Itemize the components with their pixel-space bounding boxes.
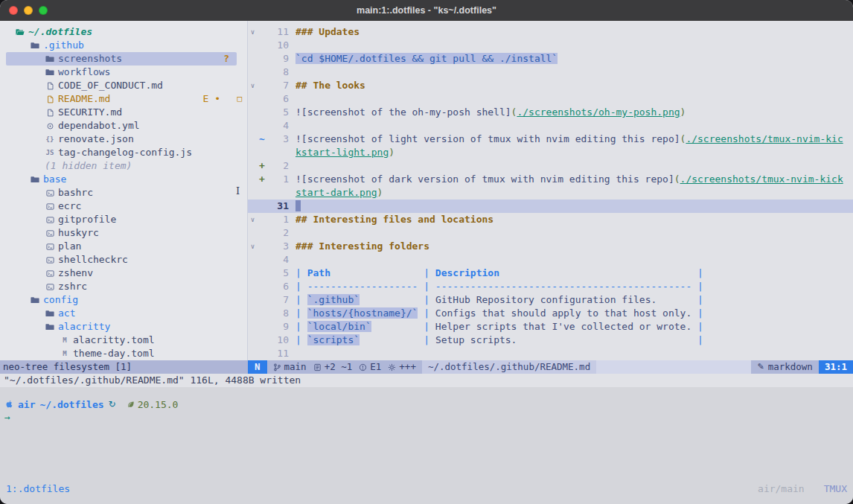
line-number: 4 bbox=[266, 253, 295, 267]
line-text bbox=[295, 200, 853, 213]
git-diff-stats: +2 ~1 bbox=[313, 360, 353, 374]
close-button[interactable] bbox=[9, 6, 18, 15]
node-version: 20.15.0 bbox=[138, 399, 179, 410]
shell-icon bbox=[45, 229, 55, 237]
fold-chevron-icon[interactable]: ∨ bbox=[248, 79, 258, 92]
line-text bbox=[295, 347, 853, 360]
tree-item-zshrc[interactable]: zshrc bbox=[6, 280, 237, 293]
editor-line-8[interactable]: 8 bbox=[248, 66, 853, 79]
tree-item-alacritty-toml[interactable]: Malacritty.toml bbox=[6, 334, 237, 347]
tree-item-base[interactable]: base bbox=[6, 173, 237, 186]
git-unstaged-mark: □ bbox=[237, 92, 242, 106]
folder-open-icon bbox=[15, 28, 25, 36]
tree-item-screenshots[interactable]: screenshots? bbox=[6, 52, 237, 66]
editor-line-2[interactable]: 2 bbox=[248, 226, 853, 240]
updates-count: +++ bbox=[399, 360, 416, 374]
tmux-window-label[interactable]: 1:.dotfiles bbox=[6, 482, 70, 496]
editor-line-8[interactable]: 8| `hosts/{hostname}/` | Configs that sh… bbox=[248, 307, 853, 320]
line-number: 6 bbox=[266, 280, 295, 293]
tree-item-config[interactable]: config bbox=[6, 293, 237, 307]
diagnostic-marks: E • bbox=[203, 92, 220, 106]
line-number bbox=[266, 186, 295, 200]
editor-line-11[interactable]: ∨11### Updates bbox=[248, 25, 853, 39]
tree-item-dotfiles[interactable]: ~/.dotfiles bbox=[6, 25, 237, 39]
editor-line-wrap-12[interactable]: start-dark.png) bbox=[248, 186, 853, 200]
tree-item-alacritty[interactable]: alacritty bbox=[6, 320, 237, 334]
circle-icon bbox=[45, 122, 55, 130]
prompt-arrow: → bbox=[4, 411, 853, 424]
editor-line-6[interactable]: 6 bbox=[248, 92, 853, 106]
tmux-statusbar: 1:.dotfiles air/main TMUX bbox=[0, 482, 853, 496]
editor-line-31[interactable]: 31 bbox=[248, 200, 853, 213]
editor-line-3[interactable]: ~3![screenshot of light version of tmux … bbox=[248, 133, 853, 146]
line-number: 11 bbox=[266, 347, 295, 360]
editor-lines: ∨11### Updates109`cd $HOME/.dotfiles && … bbox=[248, 25, 853, 360]
tree-item-label: theme-day.toml bbox=[73, 347, 155, 360]
line-number: 10 bbox=[266, 39, 295, 52]
minimize-button[interactable] bbox=[24, 6, 33, 15]
tree-item-workflows[interactable]: workflows bbox=[6, 66, 237, 79]
tree-item-ecrc[interactable]: ecrc bbox=[6, 200, 237, 213]
line-text: ## Interesting files and locations bbox=[295, 213, 853, 226]
neo-tree-sidebar: ~/.dotfiles.githubscreenshots?workflowsC… bbox=[0, 21, 248, 360]
tree-item-label: .github bbox=[43, 39, 84, 52]
doc-icon bbox=[45, 82, 55, 90]
tree-item-plan[interactable]: plan bbox=[6, 240, 237, 253]
tree-item-github[interactable]: .github bbox=[6, 39, 237, 52]
editor-pane[interactable]: ∨11### Updates109`cd $HOME/.dotfiles && … bbox=[248, 21, 853, 360]
leaf-icon bbox=[127, 401, 135, 409]
tree-item-theme-day-toml[interactable]: Mtheme-day.toml bbox=[6, 347, 237, 360]
tree-item-huskyrc[interactable]: huskyrc bbox=[6, 226, 237, 240]
editor-line-4[interactable]: 4 bbox=[248, 119, 853, 133]
line-text bbox=[295, 66, 853, 79]
line-number: 5 bbox=[266, 267, 295, 280]
editor-line-10[interactable]: 10 bbox=[248, 39, 853, 52]
folder-icon bbox=[30, 296, 40, 304]
fold-chevron-icon[interactable]: ∨ bbox=[248, 240, 258, 253]
tree-item-readme-md[interactable]: README.mdE •□ bbox=[6, 92, 237, 106]
editor-line-11[interactable]: 11 bbox=[248, 347, 853, 360]
tree-item-label: gitprofile bbox=[58, 213, 116, 226]
editor-line-9[interactable]: 9| `local/bin` | Helper scripts that I'v… bbox=[248, 320, 853, 334]
editor-line-5[interactable]: 5![screenshot of the oh-my-posh shell](.… bbox=[248, 106, 853, 119]
folder-icon bbox=[45, 322, 55, 331]
tree-item-renovate-json[interactable]: {}renovate.json bbox=[6, 133, 237, 146]
editor-line-7[interactable]: 7| `.github` | GitHub Repository configu… bbox=[248, 293, 853, 307]
editor-line-5[interactable]: 5| Path | Description | bbox=[248, 267, 853, 280]
tree-item-code-of-conduct-md[interactable]: CODE_OF_CONDUCT.md bbox=[6, 79, 237, 92]
tree-item-tag-changelog-config-js[interactable]: JStag-changelog-config.js bbox=[6, 146, 237, 159]
doc-icon bbox=[45, 95, 55, 103]
tree-item-act[interactable]: act bbox=[6, 307, 237, 320]
tree-item-gitprofile[interactable]: gitprofile bbox=[6, 213, 237, 226]
fold-chevron-icon[interactable]: ∨ bbox=[248, 213, 258, 226]
editor-line-6[interactable]: 6| ------------------- | ---------------… bbox=[248, 280, 853, 293]
editor-line-1[interactable]: +1![screenshot of dark version of tmux w… bbox=[248, 173, 853, 186]
tree-item-shellcheckrc[interactable]: shellcheckrc bbox=[6, 253, 237, 267]
tree-item-label: plan bbox=[58, 240, 81, 253]
editor-line-1[interactable]: ∨1## Interesting files and locations bbox=[248, 213, 853, 226]
tree-item-label: renovate.json bbox=[58, 133, 134, 146]
editor-line-2[interactable]: +2 bbox=[248, 159, 853, 173]
editor-line-3[interactable]: ∨3### Interesting folders bbox=[248, 240, 853, 253]
line-text: | `hosts/{hostname}/` | Configs that sho… bbox=[295, 307, 853, 320]
tree-item-bashrc[interactable]: bashrc bbox=[6, 186, 237, 200]
titlebar: main:1:.dotfiles - "ks~/.dotfiles" bbox=[0, 0, 853, 21]
tree-item-zshenv[interactable]: zshenv bbox=[6, 267, 237, 280]
tree-item-security-md[interactable]: SECURITY.md bbox=[6, 106, 237, 119]
tree-item-label: config bbox=[43, 293, 78, 307]
fold-chevron-icon[interactable]: ∨ bbox=[248, 25, 258, 39]
editor-line-4[interactable]: 4 bbox=[248, 253, 853, 267]
editor-line-wrap-9[interactable]: kstart-light.png) bbox=[248, 146, 853, 159]
shell-icon bbox=[45, 243, 55, 251]
line-number: 8 bbox=[266, 66, 295, 79]
fullscreen-button[interactable] bbox=[39, 6, 48, 15]
tree-item-dependabot-yml[interactable]: dependabot.yml bbox=[6, 119, 237, 133]
tree-item-label: act bbox=[58, 307, 75, 320]
editor-line-7[interactable]: ∨7## The looks bbox=[248, 79, 853, 92]
editor-line-9[interactable]: 9`cd $HOME/.dotfiles && git pull && ./in… bbox=[248, 52, 853, 66]
tree-item-1-hidden-item[interactable]: (1 hidden item) bbox=[6, 159, 237, 173]
shell-pane[interactable]: air ~/.dotfiles ↻ 20.15.0 → 1:.dotfiles … bbox=[0, 387, 853, 504]
line-number: 6 bbox=[266, 92, 295, 106]
script-icon: JS bbox=[45, 146, 55, 159]
editor-line-10[interactable]: 10| `scripts` | Setup scripts. | bbox=[248, 334, 853, 347]
